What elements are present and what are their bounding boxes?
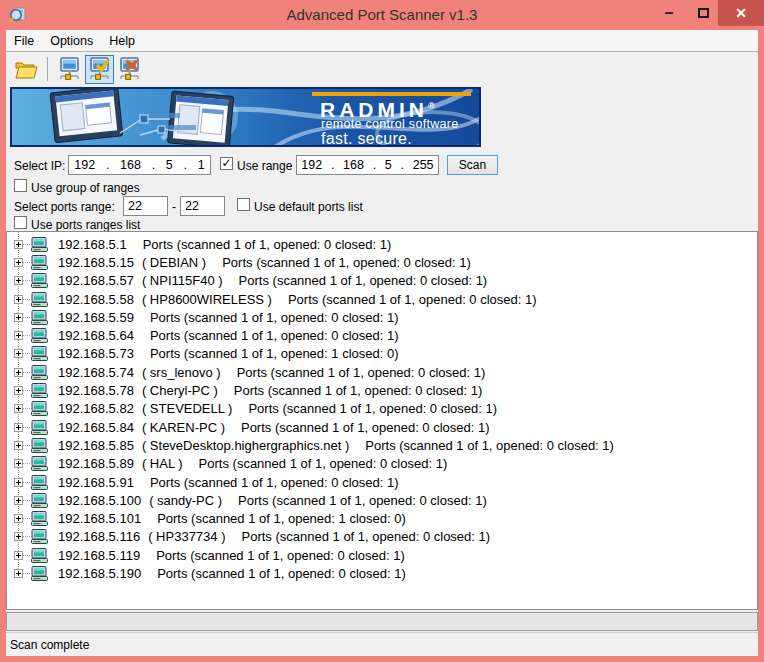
expand-plus-icon[interactable]: [14, 368, 23, 377]
table-row[interactable]: 192.168.5.84 ( KAREN-PC ) Ports (scanned…: [7, 418, 757, 436]
table-row[interactable]: 192.168.5.116 ( HP337734 ) Ports (scanne…: [7, 528, 757, 546]
close-button[interactable]: ✕: [718, 0, 764, 26]
table-row[interactable]: 192.168.5.59 Ports (scanned 1 of 1, open…: [7, 308, 757, 326]
row-ip: 192.168.5.84: [58, 420, 134, 435]
row-host: ( HP8600WIRELESS ): [142, 292, 272, 307]
expand-plus-icon[interactable]: [14, 478, 23, 487]
table-row[interactable]: 192.168.5.73 Ports (scanned 1 of 1, open…: [7, 345, 757, 363]
expand-plus-icon[interactable]: [14, 349, 23, 358]
ip-dot: .: [184, 158, 187, 172]
ip-from-input[interactable]: 192 . 168 . 5 . 1: [68, 155, 211, 175]
use-default-ports-label: Use default ports list: [254, 200, 363, 214]
expand-plus-icon[interactable]: [14, 404, 23, 413]
expand-plus-icon[interactable]: [14, 313, 23, 322]
computer-icon: [57, 56, 83, 82]
menu-help[interactable]: Help: [101, 32, 143, 50]
table-row[interactable]: 192.168.5.119 Ports (scanned 1 of 1, ope…: [7, 546, 757, 564]
minimize-button[interactable]: –: [654, 0, 684, 26]
row-ports: Ports (scanned 1 of 1, opened: 0 closed:…: [237, 365, 486, 380]
ip-from-octet2[interactable]: 168: [120, 158, 141, 172]
table-row[interactable]: 192.168.5.85 ( SteveDesktop.highergraphi…: [7, 436, 757, 454]
open-folder-button[interactable]: [11, 55, 40, 84]
computer-host-icon: [31, 529, 48, 544]
row-ports: Ports (scanned 1 of 1, opened: 0 closed:…: [288, 292, 537, 307]
row-ports: Ports (scanned 1 of 1, opened: 0 closed:…: [248, 401, 497, 416]
computer-host-icon: [31, 328, 48, 343]
expand-plus-icon[interactable]: [14, 276, 23, 285]
use-default-ports-checkbox[interactable]: [237, 198, 250, 211]
ip-from-octet1[interactable]: 192: [74, 158, 95, 172]
select-ip-label: Select IP:: [14, 159, 65, 173]
ip-to-octet1[interactable]: 192: [301, 158, 322, 172]
expand-plus-icon[interactable]: [14, 386, 23, 395]
table-row[interactable]: 192.168.5.15 ( DEBIAN ) Ports (scanned 1…: [7, 253, 757, 271]
radmin-banner[interactable]: RADMIN® remote control software fast. se…: [10, 87, 481, 147]
computer-host-icon: [31, 438, 48, 453]
row-ports: Ports (scanned 1 of 1, opened: 0 closed:…: [239, 273, 488, 288]
table-row[interactable]: 192.168.5.101 Ports (scanned 1 of 1, ope…: [7, 509, 757, 527]
table-row[interactable]: 192.168.5.91 Ports (scanned 1 of 1, open…: [7, 473, 757, 491]
ip-to-input[interactable]: 192 . 168 . 5 . 255: [296, 155, 439, 175]
expand-plus-icon[interactable]: [14, 331, 23, 340]
menu-options[interactable]: Options: [42, 32, 101, 50]
show-dead-computers-button[interactable]: [115, 55, 144, 84]
row-ports: Ports (scanned 1 of 1, opened: 0 closed:…: [234, 383, 483, 398]
row-ip: 192.168.5.190: [58, 566, 141, 581]
use-range-checkbox[interactable]: ✓: [220, 157, 233, 170]
banner-line2: fast. secure. affordable.: [321, 130, 479, 147]
results-list[interactable]: 192.168.5.1 Ports (scanned 1 of 1, opene…: [6, 231, 758, 610]
table-row[interactable]: 192.168.5.1 Ports (scanned 1 of 1, opene…: [7, 235, 757, 253]
table-row[interactable]: 192.168.5.89 ( HAL ) Ports (scanned 1 of…: [7, 455, 757, 473]
table-row[interactable]: 192.168.5.78 ( Cheryl-PC ) Ports (scanne…: [7, 381, 757, 399]
ip-to-octet4[interactable]: 255: [413, 158, 434, 172]
table-row[interactable]: 192.168.5.82 ( STEVEDELL ) Ports (scanne…: [7, 400, 757, 418]
table-row[interactable]: 192.168.5.58 ( HP8600WIRELESS ) Ports (s…: [7, 290, 757, 308]
tree-connector: [23, 244, 30, 245]
ip-from-octet3[interactable]: 5: [166, 158, 173, 172]
expand-plus-icon[interactable]: [14, 295, 23, 304]
row-host: ( HAL ): [142, 456, 183, 471]
row-ip: 192.168.5.64: [58, 328, 134, 343]
show-all-computers-button[interactable]: [55, 55, 84, 84]
menu-file[interactable]: File: [6, 32, 42, 50]
use-group-of-ranges-checkbox[interactable]: [14, 179, 27, 192]
row-host: ( Cheryl-PC ): [142, 383, 218, 398]
expand-plus-icon[interactable]: [14, 258, 23, 267]
expand-plus-icon[interactable]: [14, 240, 23, 249]
ip-dot: .: [106, 158, 109, 172]
table-row[interactable]: 192.168.5.74 ( srs_lenovo ) Ports (scann…: [7, 363, 757, 381]
expand-plus-icon[interactable]: [14, 551, 23, 560]
row-host: ( STEVEDELL ): [142, 401, 233, 416]
table-row[interactable]: 192.168.5.64 Ports (scanned 1 of 1, open…: [7, 326, 757, 344]
maximize-button[interactable]: [688, 0, 718, 26]
computer-host-icon: [31, 383, 48, 398]
scan-button[interactable]: Scan: [447, 155, 498, 175]
computer-host-icon: [31, 310, 48, 325]
table-row[interactable]: 192.168.5.190 Ports (scanned 1 of 1, ope…: [7, 564, 757, 582]
expand-plus-icon[interactable]: [14, 441, 23, 450]
expand-plus-icon[interactable]: [14, 459, 23, 468]
checkmark-icon: ✓: [221, 156, 231, 170]
expand-plus-icon[interactable]: [14, 532, 23, 541]
row-host: ( DEBIAN ): [142, 255, 206, 270]
ip-from-octet4[interactable]: 1: [198, 158, 205, 172]
row-ip: 192.168.5.74: [58, 365, 134, 380]
row-ip: 192.168.5.57: [58, 273, 134, 288]
table-row[interactable]: 192.168.5.57 ( NPI115F40 ) Ports (scanne…: [7, 272, 757, 290]
expand-plus-icon[interactable]: [14, 496, 23, 505]
expand-plus-icon[interactable]: [14, 514, 23, 523]
expand-plus-icon[interactable]: [14, 569, 23, 578]
status-text: Scan complete: [6, 638, 89, 652]
row-host: ( KAREN-PC ): [142, 420, 225, 435]
show-alive-computers-button[interactable]: [85, 55, 114, 84]
ip-to-octet2[interactable]: 168: [343, 158, 364, 172]
ip-to-octet3[interactable]: 5: [385, 158, 392, 172]
table-row[interactable]: 192.168.5.100 ( sandy-PC ) Ports (scanne…: [7, 491, 757, 509]
computer-host-icon: [31, 566, 48, 581]
expand-plus-icon[interactable]: [14, 423, 23, 432]
tree-connector: [23, 299, 30, 300]
row-ports: Ports (scanned 1 of 1, opened: 0 closed:…: [156, 548, 405, 563]
port-from-input[interactable]: [123, 196, 168, 216]
use-ports-ranges-list-checkbox[interactable]: [14, 216, 27, 229]
port-to-input[interactable]: [180, 196, 225, 216]
